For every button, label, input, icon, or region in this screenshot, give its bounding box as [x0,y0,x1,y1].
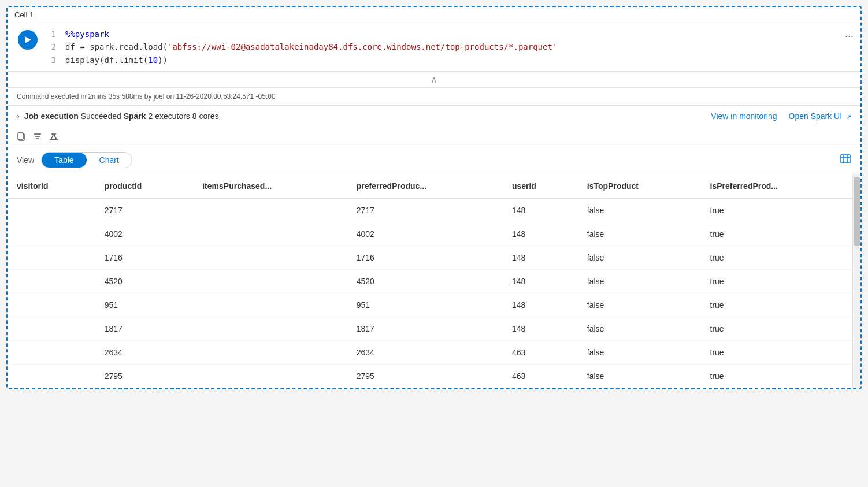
cell-title: Cell 1 [14,10,34,19]
job-bar: › Job execution Succeeded Spark 2 execut… [8,106,860,127]
cell-product-id: 1716 [95,246,193,270]
cell-is-preferred-product: true [701,270,852,293]
cell-is-preferred-product: true [701,365,852,388]
view-toggle: Table Chart [41,152,132,168]
scrollbar-thumb[interactable] [854,177,860,246]
col-items-purchased: itemsPurchased... [193,174,347,198]
cell-is-top-product: false [578,317,701,341]
col-user-id: userId [503,174,578,198]
cell-product-id: 4002 [95,222,193,246]
cell-header: Cell 1 [8,7,860,23]
spark-label: Spark [124,111,146,121]
cell-items-purchased [193,341,347,365]
job-links: View in monitoring Open Spark UI ↗ [711,111,851,121]
col-visitor-id: visitorId [8,174,95,198]
copy-icon[interactable] [17,132,26,141]
table-body: 2717 2717 148 false true 4002 4002 148 f… [8,198,852,388]
cell-user-id: 148 [503,222,578,246]
run-button[interactable] [18,30,38,50]
table-row: 1716 1716 148 false true [8,246,852,270]
table-row: 4002 4002 148 false true [8,222,852,246]
collapse-bar[interactable]: ∧ [8,72,860,88]
cell-is-top-product: false [578,270,701,293]
cell-visitor-id [8,222,95,246]
data-table: visitorId productId itemsPurchased... pr… [8,174,852,388]
code-line-1: %%pyspark [65,28,838,40]
job-expand-icon[interactable]: › [17,111,20,121]
cell-is-preferred-product: true [701,246,852,270]
col-is-top-product: isTopProduct [578,174,701,198]
toolbar [8,127,860,146]
table-row: 951 951 148 false true [8,293,852,317]
table-wrapper: visitorId productId itemsPurchased... pr… [8,174,852,388]
cell-product-id: 1817 [95,317,193,341]
col-preferred-product: preferredProduc... [347,174,503,198]
table-row: 4520 4520 148 false true [8,270,852,293]
cell-user-id: 148 [503,198,578,222]
cell-visitor-id [8,341,95,365]
col-product-id: productId [95,174,193,198]
table-row: 1817 1817 148 false true [8,317,852,341]
table-view-button[interactable]: Table [42,153,86,168]
cell-items-purchased [193,365,347,388]
cell-is-top-product: false [578,198,701,222]
cell-product-id: 2634 [95,341,193,365]
cell-is-top-product: false [578,222,701,246]
svg-rect-7 [841,155,850,163]
svg-marker-0 [25,36,31,43]
more-options-button[interactable]: ··· [838,28,860,66]
code-area: 1 2 3 %%pyspark df = spark.read.load('ab… [8,23,860,72]
cell-user-id: 148 [503,317,578,341]
cell-visitor-id [8,365,95,388]
filter-icon[interactable] [33,132,42,141]
cell-visitor-id [8,246,95,270]
cell-preferred-product: 4520 [347,270,503,293]
run-button-area [8,28,48,66]
cell-product-id: 2795 [95,365,193,388]
cell-items-purchased [193,222,347,246]
cell-visitor-id [8,270,95,293]
job-succeeded-text: Succeeded [81,111,124,121]
col-is-preferred-product: isPreferredProd... [701,174,852,198]
cell-is-preferred-product: true [701,222,852,246]
cell-preferred-product: 4002 [347,222,503,246]
table-scroll-area: visitorId productId itemsPurchased... pr… [8,174,860,388]
table-header-row: visitorId productId itemsPurchased... pr… [8,174,852,198]
cell-is-top-product: false [578,246,701,270]
chart-view-button[interactable]: Chart [87,153,132,168]
cell-is-preferred-product: true [701,317,852,341]
external-link-icon: ↗ [846,113,851,120]
spark-details-text: 2 executors 8 cores [148,111,218,121]
view-label: View [17,155,34,165]
table-row: 2717 2717 148 false true [8,198,852,222]
table-row: 2795 2795 463 false true [8,365,852,388]
cell-container: Cell 1 1 2 3 %%pyspark df = spark.read.l… [6,6,862,389]
execution-info-text: Command executed in 2mins 35s 588ms by j… [17,92,276,101]
cell-preferred-product: 2717 [347,198,503,222]
cell-items-purchased [193,293,347,317]
view-in-monitoring-link[interactable]: View in monitoring [711,111,777,121]
cell-items-purchased [193,317,347,341]
cell-visitor-id [8,198,95,222]
code-content[interactable]: %%pyspark df = spark.read.load('abfss://… [65,28,838,66]
clear-icon[interactable] [49,132,58,141]
scrollbar[interactable] [852,174,860,388]
cell-preferred-product: 2634 [347,341,503,365]
cell-user-id: 148 [503,246,578,270]
cell-is-top-product: false [578,341,701,365]
cell-user-id: 148 [503,270,578,293]
table-header: visitorId productId itemsPurchased... pr… [8,174,852,198]
job-text: Job execution Succeeded Spark 2 executor… [24,111,711,121]
cell-is-preferred-product: true [701,341,852,365]
job-execution-label: Job execution [24,111,79,121]
cell-preferred-product: 1817 [347,317,503,341]
open-spark-ui-link[interactable]: Open Spark UI ↗ [789,111,852,121]
code-line-3: display(df.limit(10)) [65,54,838,66]
table-row: 2634 2634 463 false true [8,341,852,365]
code-line-2: df = spark.read.load('abfss://wwi-02@asa… [65,40,838,53]
cell-visitor-id [8,293,95,317]
table-settings-icon[interactable] [840,153,851,168]
cell-user-id: 463 [503,365,578,388]
cell-product-id: 2717 [95,198,193,222]
cell-is-top-product: false [578,365,701,388]
